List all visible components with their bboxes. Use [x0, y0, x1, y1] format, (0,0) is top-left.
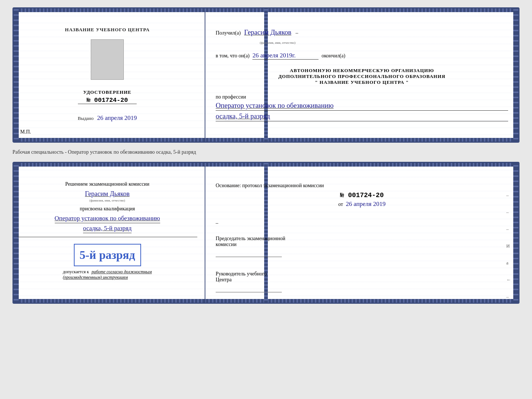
cert1-org-line2: ДОПОЛНИТЕЛЬНОГО ПРОФЕССИОНАЛЬНОГО ОБРАЗО… [216, 74, 508, 79]
cert2-right-panel: Основание: протокол экзаменационной коми… [205, 166, 518, 303]
cert2-chairman-label2: комиссии [216, 242, 508, 247]
cert1-profession-line2: осадка, 5-й разряд [216, 112, 508, 121]
cert1-mp: М.П. [20, 129, 31, 135]
cert2-chairman-label: Председатель экзаменационной [216, 236, 508, 242]
cert2-admission-prefix: допускается к [63, 269, 89, 274]
cert2-head-block: Руководитель учебного Центра [216, 271, 508, 292]
cert2-dash: – [216, 220, 218, 226]
cert2-number-full: № 001724-20 [216, 192, 508, 199]
cert2-head-label2: Центра [216, 277, 508, 283]
cert1-inthat-row: в том, что он(а) 26 апреля 2019г. окончи… [216, 52, 508, 60]
cert2-date-row: от 26 апреля 2019 [216, 200, 508, 208]
separator-text: Рабочая специальность - Оператор установ… [12, 147, 520, 157]
cert2-chairman-block: Председатель экзаменационной комиссии [216, 236, 508, 257]
cert2-admission-text2: (производственным) инструкциям [63, 275, 152, 280]
cert1-name-hint: (фамилия, имя, отчество) [260, 41, 508, 44]
cert2-decision-label: Решением экзаменационной комиссии [65, 181, 150, 187]
certificate-1: НАЗВАНИЕ УЧЕБНОГО ЦЕНТРА УДОСТОВЕРЕНИЕ №… [12, 7, 520, 143]
cert2-admission-block: допускается к работе согласно должностны… [63, 269, 152, 280]
cert2-qualification-assigned: присвоена квалификация [80, 206, 135, 212]
cert1-issued-line: Выдано 26 апреля 2019 [78, 107, 137, 122]
cert1-issued-label: Выдано [78, 115, 94, 121]
cert2-date: 26 апреля 2019 [346, 200, 385, 207]
cert2-head-label: Руководитель учебного [216, 271, 508, 277]
cert2-head-signature [216, 285, 282, 292]
cert1-org-line1: АВТОНОМНУЮ НЕКОММЕРЧЕСКУЮ ОРГАНИЗАЦИЮ [216, 68, 508, 74]
cert1-completed-label: окончил(а) [321, 53, 345, 59]
cert2-name-hint: (фамилия, имя, отчество) [90, 199, 125, 202]
cert2-basis-block: Основание: протокол экзаменационной коми… [216, 183, 508, 208]
cert2-number: 001724-20 [348, 192, 384, 199]
cert2-dash-row: – [216, 220, 508, 226]
cert1-profession-block: по профессии Оператор установок по обезв… [216, 94, 508, 121]
cert1-number-prefix: № [87, 97, 90, 104]
cert1-inthat-label: в том, что он(а) [216, 53, 249, 59]
cert2-profession-line1: Оператор установок по обезвоживанию [55, 215, 160, 223]
cert2-profession-line2: осадка, 5-й разряд [83, 225, 132, 233]
cert1-received-label: Получил(а) [216, 30, 241, 36]
cert1-name: Герасим Дьяков [244, 28, 291, 36]
cert1-profession-line1: Оператор установок по обезвоживанию [216, 101, 508, 111]
cert1-date-completed: 26 апреля 2019г. [252, 52, 319, 60]
cert2-number-prefix: № [340, 192, 344, 199]
cert2-name-row: Герасим Дьяков [85, 190, 130, 198]
cert2-margin-marks: – – – И а ← – – – – [506, 192, 511, 304]
cert1-org-block: АВТОНОМНУЮ НЕКОММЕРЧЕСКУЮ ОРГАНИЗАЦИЮ ДО… [216, 68, 508, 85]
cert1-org-label: НАЗВАНИЕ УЧЕБНОГО ЦЕНТРА [65, 27, 150, 33]
cert2-left-panel: Решением экзаменационной комиссии Гераси… [14, 166, 205, 303]
cert1-dash: – [295, 30, 298, 36]
cert2-basis-label: Основание: протокол экзаменационной коми… [216, 183, 508, 189]
cert2-qualification-box: 5-й разряд [74, 244, 141, 266]
certificate-2: Решением экзаменационной комиссии Гераси… [12, 162, 520, 304]
cert1-profession-label: по профессии [216, 94, 508, 100]
cert1-left-panel: НАЗВАНИЕ УЧЕБНОГО ЦЕНТРА УДОСТОВЕРЕНИЕ №… [14, 11, 205, 142]
cert1-photo [91, 39, 124, 80]
page-container: НАЗВАНИЕ УЧЕБНОГО ЦЕНТРА УДОСТОВЕРЕНИЕ №… [12, 7, 520, 304]
cert2-name: Герасим Дьяков [85, 190, 130, 197]
cert2-date-prefix: от [338, 202, 343, 207]
cert1-number-value: 001724-20 [94, 97, 128, 104]
cert2-chairman-signature [216, 250, 282, 257]
cert1-doc-type: УДОСТОВЕРЕНИЕ [83, 89, 131, 95]
cert1-doc-number-full: № 001724-20 [83, 97, 131, 104]
cert2-admission-text: работе согласно должностным [91, 269, 152, 274]
cert1-right-panel: Получил(а) Герасим Дьяков – (фамилия, им… [205, 11, 518, 142]
cert2-rank-label: 5-й разряд [80, 248, 135, 262]
cert1-org-line3: " НАЗВАНИЕ УЧЕБНОГО ЦЕНТРА " [216, 79, 508, 85]
cert1-received-row: Получил(а) Герасим Дьяков – [216, 28, 508, 36]
cert1-issued-date: 26 апреля 2019 [97, 114, 137, 121]
